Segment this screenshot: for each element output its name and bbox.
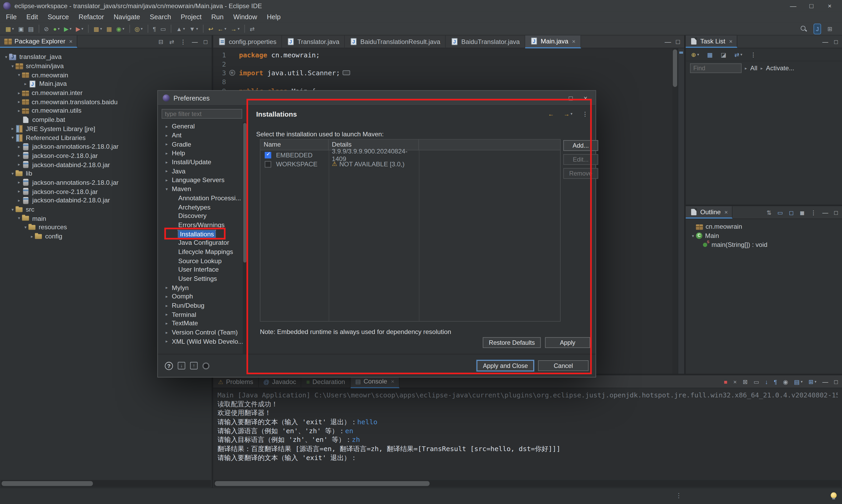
scrollbar-thumb[interactable] (215, 481, 430, 486)
task-scope-dropdown[interactable]: All (750, 65, 757, 72)
expand-arrow-icon[interactable]: ▸ (10, 126, 16, 131)
preference-item[interactable]: ▸TextMate (162, 319, 247, 328)
view-menu-icon[interactable]: ⋮ (180, 38, 186, 46)
terminate-icon[interactable]: ■ (724, 378, 728, 385)
menu-file[interactable]: File (1, 12, 22, 22)
hide-non-public-icon[interactable]: ◼ (800, 209, 805, 216)
menu-window[interactable]: Window (229, 12, 262, 22)
preference-item[interactable]: User Settings (162, 274, 247, 283)
collapse-arrow-icon[interactable]: ▾ (164, 186, 169, 191)
collapse-arrow-icon[interactable]: ▾ (10, 207, 16, 212)
task-find-input[interactable] (690, 64, 742, 73)
debug-button[interactable]: ●▾ (52, 24, 61, 34)
maximize-icon[interactable]: □ (834, 209, 838, 216)
new-wizard-button[interactable]: ▦▾ (4, 24, 16, 34)
scrollbar-thumb[interactable] (243, 123, 246, 263)
preference-item[interactable]: ▸Run/Debug (162, 301, 247, 310)
tab-task-list[interactable]: Task List × (686, 36, 737, 48)
open-console-icon[interactable]: ⊞▾ (809, 378, 817, 385)
apply-and-close-button[interactable]: Apply and Close (477, 360, 534, 371)
forward-button[interactable]: →▾ (229, 24, 241, 34)
preference-item[interactable]: ▸Gradle (162, 140, 247, 149)
expand-arrow-icon[interactable]: ▸ (164, 321, 169, 326)
back-history-icon[interactable]: ← (547, 109, 556, 119)
remove-all-launches-icon[interactable]: ⊠ (743, 378, 748, 385)
expand-arrow-icon[interactable]: ▸ (164, 151, 169, 156)
restore-defaults-button[interactable]: Restore Defaults (483, 337, 541, 348)
collapse-arrow-icon[interactable]: ▾ (690, 233, 696, 238)
expand-arrow-icon[interactable]: ▸ (164, 285, 169, 290)
hide-static-members-icon[interactable]: ◻ (789, 209, 794, 216)
column-name[interactable]: Name (260, 140, 328, 150)
remove-launch-icon[interactable]: × (733, 378, 737, 385)
installation-row[interactable]: WORKSPACE⚠NOT AVAILABLE [3.0,) (260, 160, 560, 169)
link-with-editor-button[interactable]: ⇄ (248, 24, 256, 34)
java-perspective-button[interactable]: J (814, 24, 820, 34)
preference-item[interactable]: ▸Install/Update (162, 158, 247, 167)
collapse-arrow-icon[interactable]: ▾ (10, 135, 16, 140)
expand-arrow-icon[interactable]: ▸ (16, 198, 22, 203)
preference-item[interactable]: Discovery (162, 212, 247, 220)
menu-refactor[interactable]: Refactor (74, 12, 109, 22)
edit-button[interactable]: Edit... (563, 154, 598, 165)
close-view-icon[interactable]: × (724, 209, 728, 215)
back-button[interactable]: ←▾ (216, 24, 228, 34)
preference-item[interactable]: ▸Language Servers (162, 176, 247, 184)
preference-item[interactable]: Annotation Processi... (162, 194, 247, 202)
categorized-presentation-icon[interactable]: ▦ (705, 50, 714, 59)
expand-arrow-icon[interactable]: ▸ (164, 178, 169, 182)
outline-item[interactable]: ▾Main (688, 231, 841, 240)
quick-search-icon[interactable] (799, 24, 809, 33)
expand-arrow-icon[interactable]: ▸ (164, 339, 169, 344)
import-preferences-icon[interactable]: ↓ (178, 362, 185, 370)
menu-project[interactable]: Project (176, 12, 207, 22)
preferences-tree-scrollbar[interactable] (243, 122, 247, 354)
explorer-item[interactable]: ▾translator_java (1, 53, 211, 61)
unchecked-checkbox[interactable] (265, 161, 271, 167)
minimize-icon[interactable]: — (822, 378, 828, 385)
collapse-arrow-icon[interactable]: ▾ (16, 216, 22, 221)
word-wrap-icon[interactable]: ¶ (774, 378, 777, 385)
close-view-icon[interactable]: × (69, 38, 73, 44)
expand-arrow-icon[interactable]: ▸ (16, 162, 22, 167)
fold-expand-icon[interactable]: + (229, 70, 235, 76)
close-dialog-button[interactable]: × (584, 94, 588, 102)
expand-arrow-icon[interactable]: ▸ (16, 108, 22, 113)
minimize-icon[interactable]: — (192, 38, 198, 46)
add-button[interactable]: Add... (563, 140, 598, 151)
maximize-icon[interactable]: □ (834, 378, 838, 385)
last-edit-location-button[interactable]: ↩ (207, 24, 215, 34)
expand-arrow-icon[interactable]: ▸ (16, 91, 22, 95)
preference-item[interactable]: ▸Terminal (162, 310, 247, 319)
expand-arrow-icon[interactable]: ▸ (164, 312, 169, 317)
preference-item[interactable]: Java Configurator (162, 238, 247, 247)
outline-item[interactable]: main(String[]) : void (688, 240, 841, 249)
collapse-arrow-icon[interactable]: ▾ (3, 55, 9, 59)
maximize-editor-icon[interactable]: □ (676, 38, 680, 46)
task-view-menu-icon[interactable]: ⋮ (749, 50, 758, 59)
expand-arrow-icon[interactable]: ▸ (16, 153, 22, 158)
link-with-editor-icon[interactable]: ⇄ (169, 38, 174, 46)
preference-item[interactable]: ▸Help (162, 149, 247, 158)
mark-occurrences-button[interactable]: ▭ (159, 24, 167, 34)
explorer-item[interactable]: ▾cn.meowrain (1, 71, 211, 79)
editor-tab-baidutranslationresult-java[interactable]: BaiduTranslationResult.java (345, 35, 446, 48)
filter-completed-icon[interactable]: ◪ (719, 50, 728, 59)
expand-arrow-icon[interactable]: ▸ (23, 82, 29, 86)
new-package-button[interactable]: ▦ (105, 24, 113, 34)
view-menu-icon[interactable]: ⋮ (810, 209, 816, 216)
collapse-arrow-icon[interactable]: ▾ (10, 64, 16, 68)
maximize-icon[interactable]: □ (834, 38, 838, 46)
collapse-all-icon[interactable]: ⊟ (159, 38, 163, 46)
smartmode-bulb-icon[interactable] (831, 492, 837, 498)
editor-tab-config-properties[interactable]: config.properties (213, 35, 282, 48)
outline-item[interactable]: cn.meowrain (688, 222, 841, 231)
open-perspective-button[interactable]: ⊞ (826, 24, 834, 34)
menu-run[interactable]: Run (207, 12, 229, 22)
package-explorer-hscrollbar[interactable] (1, 480, 211, 487)
expand-arrow-icon[interactable]: ▸ (16, 180, 22, 185)
next-annotation-button[interactable]: ▼▾ (188, 24, 200, 34)
checked-checkbox[interactable] (265, 151, 271, 158)
tab-package-explorer[interactable]: Package Explorer × (0, 36, 77, 48)
preference-item[interactable]: ▸Ant (162, 131, 247, 140)
